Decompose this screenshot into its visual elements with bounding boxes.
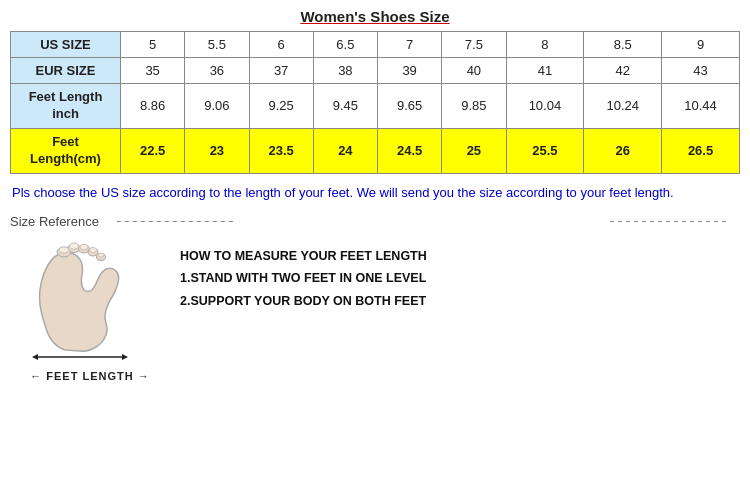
info-text: Pls choose the US size according to the … [12, 182, 738, 204]
cm-255: 25.5 [506, 128, 584, 173]
instructions: HOW TO MEASURE YOUR FEET LENGTH 1.STAND … [180, 235, 740, 313]
us-85: 8.5 [584, 32, 662, 58]
svg-point-9 [98, 253, 104, 257]
eur-41: 41 [506, 58, 584, 84]
cm-235: 23.5 [249, 128, 313, 173]
eur-37: 37 [249, 58, 313, 84]
table-row-feet-cm: FeetLength(cm) 22.5 23 23.5 24 24.5 25 2… [11, 128, 740, 173]
us-5: 5 [121, 32, 185, 58]
cm-225: 22.5 [121, 128, 185, 173]
eur-39: 39 [378, 58, 442, 84]
foot-diagram: ← FEET LENGTH → [10, 235, 170, 382]
eur-38: 38 [313, 58, 377, 84]
dashed-line-2 [610, 221, 730, 222]
eur-40: 40 [442, 58, 506, 84]
eur-42: 42 [584, 58, 662, 84]
eur-35: 35 [121, 58, 185, 84]
table-row-us: US SIZE 5 5.5 6 6.5 7 7.5 8 8.5 9 [11, 32, 740, 58]
inch-886: 8.86 [121, 84, 185, 129]
instruction-line1: HOW TO MEASURE YOUR FEET LENGTH [180, 245, 740, 268]
svg-point-5 [59, 247, 69, 253]
eur-size-label: EUR SIZE [11, 58, 121, 84]
table-title: Women's Shoes Size [10, 8, 740, 25]
page-wrapper: Women's Shoes Size US SIZE 5 5.5 6 6.5 7… [0, 0, 750, 500]
svg-marker-12 [122, 354, 128, 360]
table-row-eur: EUR SIZE 35 36 37 38 39 40 41 42 43 [11, 58, 740, 84]
instruction-line2: 1.STAND WITH TWO FEET IN ONE LEVEL [180, 267, 740, 290]
feet-cm-label: FeetLength(cm) [11, 128, 121, 173]
foot-svg [10, 235, 170, 365]
eur-36: 36 [185, 58, 249, 84]
us-8: 8 [506, 32, 584, 58]
us-55: 5.5 [185, 32, 249, 58]
svg-point-8 [90, 247, 97, 252]
us-7: 7 [378, 32, 442, 58]
inch-985: 9.85 [442, 84, 506, 129]
us-65: 6.5 [313, 32, 377, 58]
feet-inch-label: Feet Lengthinch [11, 84, 121, 129]
size-reference-label: Size Reference [10, 214, 99, 229]
inch-1024: 10.24 [584, 84, 662, 129]
inch-945: 9.45 [313, 84, 377, 129]
dashed-line-1 [117, 221, 237, 222]
inch-906: 9.06 [185, 84, 249, 129]
cm-265: 26.5 [662, 128, 740, 173]
table-row-feet-inch: Feet Lengthinch 8.86 9.06 9.25 9.45 9.65… [11, 84, 740, 129]
cm-26: 26 [584, 128, 662, 173]
inch-1004: 10.04 [506, 84, 584, 129]
svg-marker-11 [32, 354, 38, 360]
cm-245: 24.5 [378, 128, 442, 173]
inch-965: 9.65 [378, 84, 442, 129]
bottom-section: ← FEET LENGTH → HOW TO MEASURE YOUR FEET… [10, 235, 740, 382]
us-size-label: US SIZE [11, 32, 121, 58]
svg-point-6 [70, 243, 79, 249]
feet-length-label: ← FEET LENGTH → [10, 370, 170, 382]
inch-1044: 10.44 [662, 84, 740, 129]
us-75: 7.5 [442, 32, 506, 58]
size-table: US SIZE 5 5.5 6 6.5 7 7.5 8 8.5 9 EUR SI… [10, 31, 740, 174]
cm-24: 24 [313, 128, 377, 173]
instruction-line3: 2.SUPPORT YOUR BODY ON BOTH FEET [180, 290, 740, 313]
us-9: 9 [662, 32, 740, 58]
cm-23: 23 [185, 128, 249, 173]
cm-25: 25 [442, 128, 506, 173]
us-6: 6 [249, 32, 313, 58]
inch-925: 9.25 [249, 84, 313, 129]
eur-43: 43 [662, 58, 740, 84]
svg-point-7 [80, 244, 88, 250]
